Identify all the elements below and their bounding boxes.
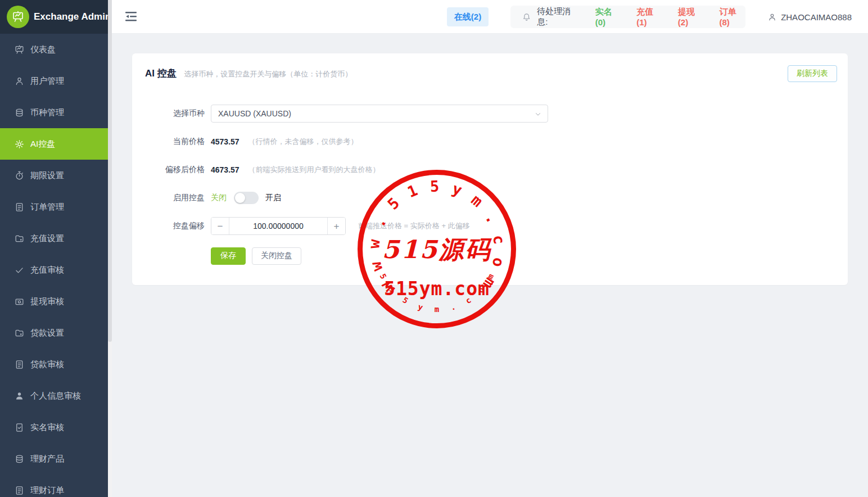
sidebar-item-label: 充值设置 <box>30 233 64 244</box>
sidebar-item-label: 贷款设置 <box>30 328 64 338</box>
offset-input-row: 控盘偏移 − + 前端推送价格 = 实际价格 + 此偏移 <box>132 217 848 235</box>
sidebar-item-label: 仪表盘 <box>30 44 56 55</box>
sidebar-item-label: 充值审核 <box>30 265 64 275</box>
page-title: AI 控盘 <box>145 68 177 79</box>
checkmark-icon <box>14 265 25 275</box>
offset-price-label: 偏移后价格 <box>132 165 205 175</box>
sidebar-item-deposit-settings[interactable]: 充值设置 <box>0 223 108 254</box>
offset-formula-note: 前端推送价格 = 实际价格 + 此偏移 <box>358 221 470 231</box>
toggle-off-label: 关闭 <box>211 193 227 203</box>
gear-icon <box>14 139 25 150</box>
offset-value-input[interactable] <box>229 218 327 234</box>
offset-input-label: 控盘偏移 <box>132 221 205 231</box>
sidebar-item-order-management[interactable]: 订单管理 <box>0 191 108 223</box>
offset-price-value: 4673.57 <box>211 165 239 174</box>
sidebar-item-dashboard[interactable]: 仪表盘 <box>0 34 108 65</box>
sidebar-item-loan-settings[interactable]: 贷款设置 <box>0 317 108 349</box>
sidebar-item-wealth-products[interactable]: 理财产品 <box>0 443 108 475</box>
toggle-on-label: 开启 <box>265 193 281 203</box>
currency-label: 选择币种 <box>132 109 205 119</box>
presentation-chart-icon <box>11 10 25 24</box>
refresh-list-button[interactable]: 刷新列表 <box>788 65 837 82</box>
app-title: Exchange Admin <box>34 11 111 22</box>
offset-price-note: （前端实际推送到用户看到的大盘价格） <box>248 165 380 175</box>
bell-icon <box>522 12 531 22</box>
sidebar-item-deposit-review[interactable]: 充值审核 <box>0 254 108 286</box>
document-icon <box>14 485 25 496</box>
sidebar: Exchange Admin 仪表盘 用户管理 币种管理 AI控盘 期限设置 订… <box>0 0 108 497</box>
online-count-badge[interactable]: 在线(2) <box>447 7 489 26</box>
person-icon <box>767 12 777 22</box>
offset-stepper: − + <box>211 217 346 235</box>
counter-withdraw[interactable]: 提现(2) <box>678 7 704 27</box>
user-icon <box>14 76 25 87</box>
person-filled-icon <box>14 391 25 401</box>
offset-price-row: 偏移后价格 4673.57 （前端实际推送到用户看到的大盘价格） <box>132 161 848 179</box>
sidebar-item-kyc-review[interactable]: 实名审核 <box>0 412 108 443</box>
sidebar-item-loan-review[interactable]: 贷款审核 <box>0 349 108 380</box>
sidebar-scrollbar[interactable] <box>108 0 112 497</box>
sidebar-item-label: 理财订单 <box>30 485 64 496</box>
document-icon <box>14 202 25 213</box>
sidebar-scrollbar-thumb[interactable] <box>108 0 112 342</box>
sidebar-item-label: 订单管理 <box>30 202 64 213</box>
sidebar-item-wealth-orders[interactable]: 理财订单 <box>0 475 108 497</box>
menu-collapse-icon[interactable] <box>125 11 137 22</box>
stepper-minus-button[interactable]: − <box>211 218 229 234</box>
sidebar-item-label: 用户管理 <box>30 76 64 87</box>
folder-icon <box>14 233 25 244</box>
app-logo <box>7 6 29 28</box>
sidebar-item-user-management[interactable]: 用户管理 <box>0 65 108 97</box>
sidebar-item-personal-info-review[interactable]: 个人信息审核 <box>0 380 108 412</box>
sidebar-item-label: 实名审核 <box>30 422 64 433</box>
current-price-value: 4573.57 <box>211 137 239 146</box>
topbar: 在线(2) 待处理消息: 实名(0) 充值(1) 提现(2) 订单(8) ZHA… <box>112 0 868 34</box>
enable-control-toggle[interactable] <box>234 192 259 204</box>
sidebar-item-withdraw-review[interactable]: 提现审核 <box>0 286 108 317</box>
counter-orders[interactable]: 订单(8) <box>719 7 745 27</box>
currency-row: 选择币种 XAUUSD (XAUUSD) <box>132 105 848 123</box>
sidebar-item-label: 贷款审核 <box>30 359 64 370</box>
sidebar-item-term-settings[interactable]: 期限设置 <box>0 160 108 191</box>
sidebar-item-label: 理财产品 <box>30 454 64 464</box>
enable-control-label: 启用控盘 <box>132 193 205 203</box>
sidebar-item-label: 提现审核 <box>30 296 64 307</box>
current-price-note: （行情价，未含偏移，仅供参考） <box>248 137 358 147</box>
sidebar-item-ai-control[interactable]: AI控盘 <box>0 128 108 160</box>
ai-control-form: 选择币种 XAUUSD (XAUUSD) 当前价格 4573.57 （行情价，未… <box>132 105 848 275</box>
sidebar-menu: 仪表盘 用户管理 币种管理 AI控盘 期限设置 订单管理 充值设置 充值审核 提… <box>0 34 108 497</box>
ai-control-panel-card: AI 控盘 选择币种，设置控盘开关与偏移（单位：计价货币） 刷新列表 选择币种 … <box>132 53 848 285</box>
sidebar-item-label: AI控盘 <box>30 139 55 150</box>
currency-select[interactable]: XAUUSD (XAUUSD) <box>211 105 548 123</box>
cash-icon <box>14 296 25 307</box>
stepper-plus-button[interactable]: + <box>327 218 345 234</box>
close-control-button[interactable]: 关闭控盘 <box>252 247 301 265</box>
pending-messages-label: 待处理消息: <box>537 6 580 28</box>
sidebar-item-label: 币种管理 <box>30 107 64 118</box>
current-price-label: 当前价格 <box>132 137 205 147</box>
document-icon <box>14 359 25 370</box>
chevron-down-icon <box>534 110 542 118</box>
username: ZHAOCAIMAO888 <box>781 12 852 22</box>
folder-icon <box>14 328 25 338</box>
counter-deposit[interactable]: 充值(1) <box>636 7 663 27</box>
currency-select-value: XAUUSD (XAUUSD) <box>218 109 291 118</box>
page-subtitle: 选择币种，设置控盘开关与偏移（单位：计价货币） <box>184 70 352 78</box>
user-menu[interactable]: ZHAOCAIMAO888 <box>767 0 852 34</box>
card-header: AI 控盘 选择币种，设置控盘开关与偏移（单位：计价货币） <box>132 53 848 80</box>
sidebar-item-currency-management[interactable]: 币种管理 <box>0 97 108 128</box>
action-buttons-row: 保存 关闭控盘 <box>132 247 848 265</box>
sidebar-item-label: 个人信息审核 <box>30 391 81 401</box>
dashboard-easel-icon <box>14 44 25 55</box>
stopwatch-icon <box>14 170 25 181</box>
pending-messages-box: 待处理消息: 实名(0) 充值(1) 提现(2) 订单(8) <box>510 6 745 28</box>
current-price-row: 当前价格 4573.57 （行情价，未含偏移，仅供参考） <box>132 133 848 151</box>
document-check-icon <box>14 422 25 433</box>
sidebar-header: Exchange Admin <box>0 0 108 34</box>
database-icon <box>14 107 25 118</box>
counter-kyc[interactable]: 实名(0) <box>595 7 622 27</box>
database-icon <box>14 454 25 464</box>
enable-control-row: 启用控盘 关闭 开启 <box>132 189 848 207</box>
save-button[interactable]: 保存 <box>211 247 246 265</box>
toggle-knob <box>235 193 245 203</box>
